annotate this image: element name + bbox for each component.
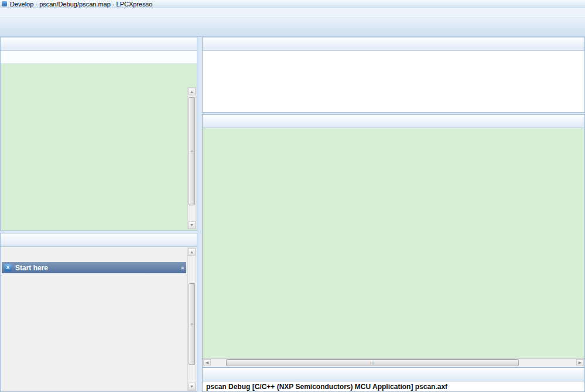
- window-title: Develop - pscan/Debug/pscan.map - LPCXpr…: [10, 1, 152, 8]
- scrollbar-thumb[interactable]: ≡: [189, 97, 195, 205]
- main-toolbar: [0, 18, 585, 37]
- collapse-section-icon[interactable]: »: [179, 266, 186, 269]
- explorer-view-toolbar: [1, 51, 197, 64]
- menu-bar: [0, 8, 585, 18]
- console-output: pscan Debug [C/C++ (NXP Semiconductors) …: [203, 381, 584, 391]
- editor-area: ◀ ||| ▶: [202, 114, 585, 367]
- quickstart-panel: X Start here » ▲ ≡ ▼: [0, 233, 197, 392]
- title-bar: Develop - pscan/Debug/pscan.map - LPCXpr…: [0, 0, 585, 8]
- scrollbar-thumb[interactable]: ≡: [189, 283, 195, 365]
- debug-tab-strip: [203, 37, 584, 51]
- scroll-up-icon[interactable]: ▲: [188, 88, 196, 95]
- debug-panel: [202, 37, 585, 113]
- quickstart-tab-strip: [1, 233, 197, 247]
- project-tree-scrollbar[interactable]: ▲ ≡ ▼: [187, 87, 196, 229]
- console-tab-strip: [203, 368, 584, 381]
- app-icon: [2, 1, 7, 6]
- explorer-tab-strip: [1, 37, 197, 51]
- start-here-label: Start here: [15, 264, 48, 272]
- scroll-right-icon[interactable]: ▶: [576, 359, 584, 366]
- project-tree: [1, 64, 197, 231]
- scroll-down-icon[interactable]: ▼: [188, 383, 196, 390]
- scrollbar-thumb[interactable]: |||: [226, 359, 519, 366]
- editor-horizontal-scrollbar[interactable]: ◀ ||| ▶: [203, 358, 584, 367]
- project-explorer-panel: ▲ ≡ ▼: [0, 37, 197, 231]
- editor-tab-strip: [203, 115, 584, 128]
- start-here-header[interactable]: X Start here »: [2, 262, 186, 273]
- quickstart-content: X Start here » ▲ ≡ ▼: [1, 247, 197, 391]
- lpcxpresso-window: Develop - pscan/Debug/pscan.map - LPCXpr…: [0, 0, 585, 392]
- console-text: pscan Debug [C/C++ (NXP Semiconductors) …: [206, 383, 447, 391]
- map-file-editor[interactable]: [203, 128, 584, 358]
- debug-launch-tree: [203, 51, 584, 112]
- scroll-down-icon[interactable]: ▼: [188, 221, 196, 229]
- scroll-up-icon[interactable]: ▲: [188, 248, 196, 256]
- lpcxpresso-icon: X: [4, 264, 12, 271]
- scroll-left-icon[interactable]: ◀: [203, 359, 211, 366]
- console-panel: pscan Debug [C/C++ (NXP Semiconductors) …: [202, 367, 585, 392]
- quickstart-scrollbar[interactable]: ▲ ≡ ▼: [187, 247, 196, 391]
